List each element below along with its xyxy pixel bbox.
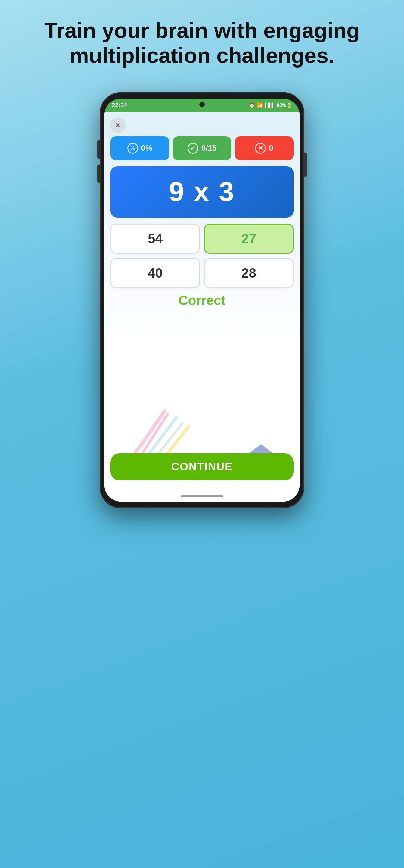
app-content: × % 0% ✓ 0/15 ✕ 0: [104, 112, 300, 501]
continue-button[interactable]: CONTINUE: [110, 453, 294, 480]
phone-shell: 22:34 ⏰ 📶 ▌▌▌ 83%🔋: [100, 92, 304, 508]
phone-mockup: 22:34 ⏰ 📶 ▌▌▌ 83%🔋: [100, 92, 304, 490]
wifi-icon: 📶: [257, 102, 263, 108]
volume-down-button: [97, 164, 100, 183]
answer-40[interactable]: 40: [110, 258, 200, 288]
phone-screen: 22:34 ⏰ 📶 ▌▌▌ 83%🔋: [104, 99, 300, 501]
svg-marker-6: [249, 444, 273, 453]
close-button[interactable]: ×: [110, 118, 126, 133]
answer-grid[interactable]: 54 27 40 28: [110, 224, 294, 288]
question-text: 9 x 3: [169, 176, 235, 207]
progress-value: 0/15: [201, 144, 217, 153]
stats-row: % 0% ✓ 0/15 ✕ 0: [110, 136, 294, 160]
feedback-label: Correct: [104, 293, 300, 308]
percentage-value: 0%: [141, 144, 153, 153]
alarm-icon: ⏰: [249, 102, 255, 108]
answer-28[interactable]: 28: [204, 258, 294, 288]
errors-icon: ✕: [255, 143, 266, 154]
status-time: 22:34: [112, 102, 127, 109]
battery-label: 83%🔋: [277, 102, 292, 108]
answer-27[interactable]: 27: [204, 224, 294, 254]
progress-icon: ✓: [188, 143, 198, 154]
percentage-icon: %: [127, 143, 138, 154]
volume-up-button: [97, 141, 100, 158]
percentage-stat: % 0%: [110, 136, 169, 160]
errors-value: 0: [269, 144, 273, 153]
power-button: [304, 153, 307, 177]
progress-stat: ✓ 0/15: [173, 136, 232, 160]
status-icons: ⏰ 📶 ▌▌▌ 83%🔋: [249, 102, 292, 108]
headline: Train your brain with engaging multiplic…: [26, 18, 378, 68]
question-box: 9 x 3: [110, 166, 294, 218]
answer-54[interactable]: 54: [110, 224, 200, 254]
errors-stat: ✕ 0: [235, 136, 294, 160]
signal-icon: ▌▌▌: [265, 103, 275, 108]
home-bar: [181, 495, 223, 497]
front-camera: [199, 102, 205, 107]
